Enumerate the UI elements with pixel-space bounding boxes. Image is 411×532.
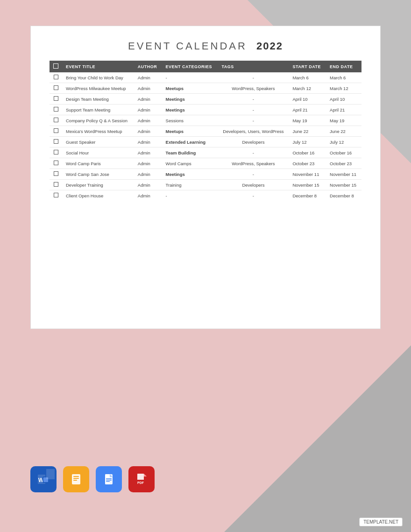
- event-tags: -: [218, 105, 289, 115]
- event-author: Admin: [134, 169, 162, 180]
- event-start-date: June 22: [289, 126, 326, 137]
- header-checkbox: [50, 61, 62, 72]
- row-checkbox[interactable]: [50, 147, 62, 158]
- event-title: Guest Speaker: [62, 137, 134, 147]
- event-author: Admin: [134, 147, 162, 158]
- svg-rect-15: [106, 480, 112, 481]
- header-event-title: EVENT TITLE: [62, 61, 134, 72]
- event-start-date: November 15: [289, 180, 326, 190]
- event-author: Admin: [134, 83, 162, 94]
- event-author: Admin: [134, 126, 162, 137]
- pages-icon[interactable]: [63, 466, 89, 492]
- event-category: Meetings: [162, 94, 218, 105]
- header-author: AUTHOR: [134, 61, 162, 72]
- event-category: Meetings: [162, 105, 218, 115]
- table-row: Guest SpeakerAdminExtended LearningDevel…: [50, 137, 361, 147]
- row-checkbox[interactable]: [50, 158, 62, 169]
- event-author: Admin: [134, 137, 162, 147]
- event-category: -: [162, 72, 218, 83]
- event-start-date: April 21: [289, 105, 326, 115]
- row-checkbox[interactable]: [50, 83, 62, 94]
- event-tags: Developers: [218, 137, 289, 147]
- event-start-date: March 6: [289, 72, 326, 83]
- event-author: Admin: [134, 72, 162, 83]
- event-title: Developer Training: [62, 180, 134, 190]
- page-title: EVENT CALENDAR 2022: [50, 40, 361, 52]
- row-checkbox[interactable]: [50, 190, 62, 201]
- event-category: Meetups: [162, 83, 218, 94]
- header-event-categories: EVENT CATEGORIES: [162, 61, 218, 72]
- event-end-date: October 16: [326, 147, 361, 158]
- event-title: Design Team Meeting: [62, 94, 134, 105]
- row-checkbox[interactable]: [50, 72, 62, 83]
- event-title: Support Team Meeting: [62, 105, 134, 115]
- svg-rect-12: [105, 474, 110, 484]
- event-tags: Developers, Users, WordPress: [218, 126, 289, 137]
- event-author: Admin: [134, 190, 162, 201]
- event-end-date: March 6: [326, 72, 361, 83]
- pdf-icon[interactable]: PDF: [128, 466, 155, 492]
- word-icon[interactable]: W: [30, 466, 57, 492]
- event-title: Word Camp San Jose: [62, 169, 134, 180]
- table-row: Mexica's WordPress MeetupAdminMeetupsDev…: [50, 126, 361, 137]
- event-category: Extended Learning: [162, 137, 218, 147]
- table-body: Bring Your Child to Work DayAdmin--March…: [50, 72, 361, 201]
- row-checkbox[interactable]: [50, 169, 62, 180]
- event-end-date: April 21: [326, 105, 361, 115]
- event-category: Team Building: [162, 147, 218, 158]
- event-end-date: March 12: [326, 83, 361, 94]
- event-tags: -: [218, 72, 289, 83]
- table-header-row: EVENT TITLE AUTHOR EVENT CATEGORIES TAGS…: [50, 61, 361, 72]
- event-title: Bring Your Child to Work Day: [62, 72, 134, 83]
- table-row: Word Camp ParisAdminWord CampsWordPress,…: [50, 158, 361, 169]
- event-start-date: April 10: [289, 94, 326, 105]
- header-start-date: START DATE: [289, 61, 326, 72]
- checkbox-icon: [54, 118, 58, 122]
- table-row: Social HourAdminTeam Building-October 16…: [50, 147, 361, 158]
- row-checkbox[interactable]: [50, 126, 62, 137]
- event-author: Admin: [134, 180, 162, 190]
- event-tags: -: [218, 94, 289, 105]
- table-row: Company Policy Q & A SessionAdminSession…: [50, 115, 361, 126]
- row-checkbox[interactable]: [50, 115, 62, 126]
- svg-rect-7: [73, 476, 79, 477]
- checkbox-icon: [54, 150, 58, 154]
- table-row: Developer TrainingAdminTrainingDeveloper…: [50, 180, 361, 190]
- event-end-date: November 11: [326, 169, 361, 180]
- checkbox-icon: [54, 85, 58, 90]
- event-end-date: July 12: [326, 137, 361, 147]
- event-tags: WordPress, Speakers: [218, 158, 289, 169]
- event-category: Meetups: [162, 126, 218, 137]
- event-category: Sessions: [162, 115, 218, 126]
- event-tags: -: [218, 115, 289, 126]
- table-row: Support Team MeetingAdminMeetings-April …: [50, 105, 361, 115]
- table-row: Word Camp San JoseAdminMeetings-November…: [50, 169, 361, 180]
- event-category: -: [162, 190, 218, 201]
- row-checkbox[interactable]: [50, 105, 62, 115]
- row-checkbox[interactable]: [50, 180, 62, 190]
- checkbox-icon: [54, 139, 58, 144]
- event-end-date: May 19: [326, 115, 361, 126]
- svg-rect-9: [73, 480, 77, 481]
- checkbox-icon: [54, 128, 58, 133]
- svg-rect-4: [43, 477, 48, 482]
- event-start-date: May 19: [289, 115, 326, 126]
- event-title: Mexica's WordPress Meetup: [62, 126, 134, 137]
- gdocs-icon[interactable]: [96, 466, 122, 492]
- event-category: Training: [162, 180, 218, 190]
- checkbox-icon: [54, 107, 58, 112]
- row-checkbox[interactable]: [50, 94, 62, 105]
- event-start-date: December 8: [289, 190, 326, 201]
- event-tags: -: [218, 169, 289, 180]
- event-category: Meetings: [162, 169, 218, 180]
- event-start-date: March 12: [289, 83, 326, 94]
- event-end-date: December 8: [326, 190, 361, 201]
- row-checkbox[interactable]: [50, 137, 62, 147]
- event-tags: -: [218, 147, 289, 158]
- checkbox-icon: [54, 96, 58, 101]
- event-author: Admin: [134, 115, 162, 126]
- checkbox-icon: [54, 171, 58, 176]
- event-start-date: November 11: [289, 169, 326, 180]
- event-start-date: July 12: [289, 137, 326, 147]
- checkbox-icon: [54, 193, 58, 197]
